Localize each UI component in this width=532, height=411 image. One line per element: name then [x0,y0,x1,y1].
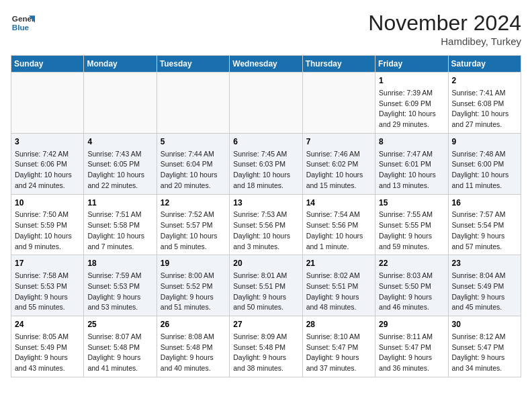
calendar-cell: 2Sunrise: 7:41 AM Sunset: 6:08 PM Daylig… [448,73,521,134]
day-info: Sunrise: 7:55 AM Sunset: 5:55 PM Dayligh… [379,210,444,252]
calendar-cell: 11Sunrise: 7:51 AM Sunset: 5:58 PM Dayli… [84,194,157,255]
day-number: 11 [87,197,152,209]
calendar-cell: 8Sunrise: 7:47 AM Sunset: 6:01 PM Daylig… [375,133,448,194]
day-number: 27 [233,319,298,330]
calendar-week-row: 10Sunrise: 7:50 AM Sunset: 5:59 PM Dayli… [11,194,521,255]
day-info: Sunrise: 7:46 AM Sunset: 6:02 PM Dayligh… [306,149,371,191]
day-info: Sunrise: 7:43 AM Sunset: 6:05 PM Dayligh… [87,149,152,191]
calendar-day-header: Friday [375,56,448,73]
logo: General Blue [11,11,35,35]
day-number: 1 [379,75,444,87]
calendar-day-header: Tuesday [157,56,229,73]
calendar-cell: 1Sunrise: 7:39 AM Sunset: 6:09 PM Daylig… [375,73,448,134]
calendar-cell: 3Sunrise: 7:42 AM Sunset: 6:06 PM Daylig… [11,133,84,194]
day-number: 23 [452,258,517,269]
calendar-cell: 14Sunrise: 7:54 AM Sunset: 5:56 PM Dayli… [302,194,375,255]
calendar-cell: 16Sunrise: 7:57 AM Sunset: 5:54 PM Dayli… [448,194,521,255]
day-info: Sunrise: 7:52 AM Sunset: 5:57 PM Dayligh… [161,210,226,252]
calendar-cell: 15Sunrise: 7:55 AM Sunset: 5:55 PM Dayli… [375,194,448,255]
day-number: 10 [15,197,80,209]
calendar-table: SundayMondayTuesdayWednesdayThursdayFrid… [11,55,521,377]
calendar-cell [11,73,84,134]
day-number: 5 [161,136,226,148]
day-info: Sunrise: 7:58 AM Sunset: 5:53 PM Dayligh… [15,271,80,313]
day-number: 24 [15,319,80,330]
day-number: 21 [306,258,371,269]
calendar-cell: 4Sunrise: 7:43 AM Sunset: 6:05 PM Daylig… [84,133,157,194]
calendar-cell [157,73,229,134]
day-number: 30 [452,319,517,330]
day-number: 16 [452,197,517,209]
day-number: 13 [233,197,298,209]
day-info: Sunrise: 7:54 AM Sunset: 5:56 PM Dayligh… [306,210,371,252]
day-number: 4 [87,136,152,148]
calendar-cell: 21Sunrise: 8:02 AM Sunset: 5:51 PM Dayli… [302,255,375,316]
day-info: Sunrise: 8:00 AM Sunset: 5:52 PM Dayligh… [161,271,226,313]
day-number: 9 [452,136,517,148]
calendar-cell: 10Sunrise: 7:50 AM Sunset: 5:59 PM Dayli… [11,194,84,255]
day-number: 20 [233,258,298,269]
calendar-day-header: Sunday [11,56,84,73]
calendar-cell: 17Sunrise: 7:58 AM Sunset: 5:53 PM Dayli… [11,255,84,316]
calendar-cell: 25Sunrise: 8:07 AM Sunset: 5:48 PM Dayli… [84,316,157,377]
day-number: 28 [306,319,371,330]
day-number: 12 [161,197,226,209]
day-info: Sunrise: 8:03 AM Sunset: 5:50 PM Dayligh… [379,271,444,313]
calendar-day-header: Monday [84,56,157,73]
calendar-day-header: Wednesday [230,56,302,73]
calendar-week-row: 1Sunrise: 7:39 AM Sunset: 6:09 PM Daylig… [11,73,521,134]
calendar-week-row: 3Sunrise: 7:42 AM Sunset: 6:06 PM Daylig… [11,133,521,194]
calendar-cell [84,73,157,134]
calendar-cell: 5Sunrise: 7:44 AM Sunset: 6:04 PM Daylig… [157,133,229,194]
calendar-cell: 28Sunrise: 8:10 AM Sunset: 5:47 PM Dayli… [302,316,375,377]
svg-text:Blue: Blue [12,23,30,32]
title-block: November 2024 Hamdibey, Turkey [368,11,521,47]
day-number: 26 [161,319,226,330]
calendar-cell: 19Sunrise: 8:00 AM Sunset: 5:52 PM Dayli… [157,255,229,316]
day-info: Sunrise: 8:05 AM Sunset: 5:49 PM Dayligh… [15,332,80,374]
day-number: 18 [87,258,152,269]
day-info: Sunrise: 7:44 AM Sunset: 6:04 PM Dayligh… [161,149,226,191]
day-number: 19 [161,258,226,269]
logo-icon: General Blue [11,11,35,35]
day-info: Sunrise: 8:04 AM Sunset: 5:49 PM Dayligh… [452,271,517,313]
calendar-cell: 7Sunrise: 7:46 AM Sunset: 6:02 PM Daylig… [302,133,375,194]
day-info: Sunrise: 7:48 AM Sunset: 6:00 PM Dayligh… [452,149,517,191]
day-number: 3 [15,136,80,148]
day-info: Sunrise: 8:08 AM Sunset: 5:48 PM Dayligh… [161,332,226,374]
calendar-cell: 9Sunrise: 7:48 AM Sunset: 6:00 PM Daylig… [448,133,521,194]
calendar-cell: 29Sunrise: 8:11 AM Sunset: 5:47 PM Dayli… [375,316,448,377]
day-info: Sunrise: 8:12 AM Sunset: 5:47 PM Dayligh… [452,332,517,374]
calendar-cell: 22Sunrise: 8:03 AM Sunset: 5:50 PM Dayli… [375,255,448,316]
day-number: 7 [306,136,371,148]
month-title: November 2024 [368,11,521,36]
day-info: Sunrise: 8:09 AM Sunset: 5:48 PM Dayligh… [233,332,298,374]
calendar-cell: 27Sunrise: 8:09 AM Sunset: 5:48 PM Dayli… [230,316,302,377]
day-number: 8 [379,136,444,148]
location: Hamdibey, Turkey [368,36,521,47]
day-number: 15 [379,197,444,209]
calendar-cell: 24Sunrise: 8:05 AM Sunset: 5:49 PM Dayli… [11,316,84,377]
day-info: Sunrise: 7:57 AM Sunset: 5:54 PM Dayligh… [452,210,517,252]
day-info: Sunrise: 7:50 AM Sunset: 5:59 PM Dayligh… [15,210,80,252]
calendar-cell: 13Sunrise: 7:53 AM Sunset: 5:56 PM Dayli… [230,194,302,255]
calendar-cell: 6Sunrise: 7:45 AM Sunset: 6:03 PM Daylig… [230,133,302,194]
page-header: General Blue November 2024 Hamdibey, Tur… [11,11,521,47]
day-number: 25 [87,319,152,330]
day-info: Sunrise: 8:11 AM Sunset: 5:47 PM Dayligh… [379,332,444,374]
day-info: Sunrise: 7:59 AM Sunset: 5:53 PM Dayligh… [87,271,152,313]
calendar-cell: 20Sunrise: 8:01 AM Sunset: 5:51 PM Dayli… [230,255,302,316]
day-info: Sunrise: 7:39 AM Sunset: 6:09 PM Dayligh… [379,88,444,130]
day-info: Sunrise: 7:42 AM Sunset: 6:06 PM Dayligh… [15,149,80,191]
calendar-cell: 23Sunrise: 8:04 AM Sunset: 5:49 PM Dayli… [448,255,521,316]
calendar-week-row: 24Sunrise: 8:05 AM Sunset: 5:49 PM Dayli… [11,316,521,377]
calendar-cell [230,73,302,134]
day-info: Sunrise: 7:51 AM Sunset: 5:58 PM Dayligh… [87,210,152,252]
calendar-cell [302,73,375,134]
day-number: 14 [306,197,371,209]
day-info: Sunrise: 7:41 AM Sunset: 6:08 PM Dayligh… [452,88,517,130]
day-info: Sunrise: 8:10 AM Sunset: 5:47 PM Dayligh… [306,332,371,374]
day-number: 6 [233,136,298,148]
day-number: 2 [452,75,517,87]
day-number: 29 [379,319,444,330]
